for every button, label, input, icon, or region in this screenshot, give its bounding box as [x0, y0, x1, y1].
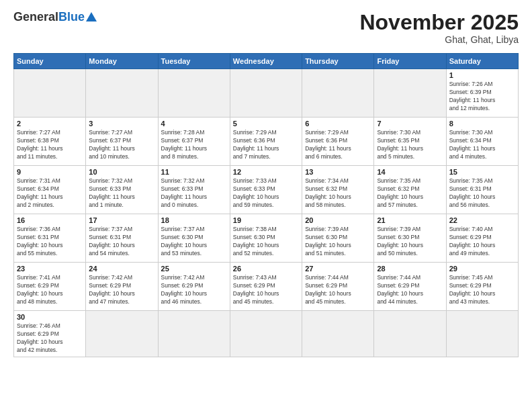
day-number: 2 — [17, 120, 83, 128]
day-number: 21 — [377, 216, 443, 224]
day-info: Sunrise: 7:34 AM Sunset: 6:32 PM Dayligh… — [305, 177, 371, 210]
day-info: Sunrise: 7:31 AM Sunset: 6:34 PM Dayligh… — [17, 177, 83, 210]
calendar-cell — [86, 69, 158, 118]
day-number: 23 — [17, 265, 83, 273]
day-info: Sunrise: 7:29 AM Sunset: 6:36 PM Dayligh… — [305, 129, 371, 161]
calendar-cell: 20Sunrise: 7:39 AM Sunset: 6:30 PM Dayli… — [302, 214, 374, 263]
calendar-cell: 14Sunrise: 7:35 AM Sunset: 6:32 PM Dayli… — [374, 166, 446, 214]
day-number: 28 — [377, 265, 443, 273]
week-row-3: 9Sunrise: 7:31 AM Sunset: 6:34 PM Daylig… — [14, 166, 519, 214]
day-info: Sunrise: 7:40 AM Sunset: 6:29 PM Dayligh… — [449, 226, 515, 258]
day-info: Sunrise: 7:30 AM Sunset: 6:34 PM Dayligh… — [449, 129, 515, 161]
day-info: Sunrise: 7:42 AM Sunset: 6:29 PM Dayligh… — [89, 274, 154, 306]
day-info: Sunrise: 7:39 AM Sunset: 6:30 PM Dayligh… — [377, 226, 443, 258]
calendar-title: November 2025 — [359, 11, 519, 34]
day-info: Sunrise: 7:27 AM Sunset: 6:38 PM Dayligh… — [17, 129, 83, 161]
calendar-cell: 9Sunrise: 7:31 AM Sunset: 6:34 PM Daylig… — [14, 166, 86, 214]
calendar-cell: 4Sunrise: 7:28 AM Sunset: 6:37 PM Daylig… — [158, 118, 230, 166]
calendar-cell — [374, 69, 446, 118]
calendar-cell: 29Sunrise: 7:45 AM Sunset: 6:29 PM Dayli… — [446, 263, 518, 311]
calendar-cell: 6Sunrise: 7:29 AM Sunset: 6:36 PM Daylig… — [302, 118, 374, 166]
calendar-cell — [14, 69, 86, 118]
title-block: November 2025 Ghat, Ghat, Libya — [359, 11, 519, 45]
day-number: 15 — [449, 168, 515, 176]
week-row-4: 16Sunrise: 7:36 AM Sunset: 6:31 PM Dayli… — [14, 214, 519, 263]
weekday-header-wednesday: Wednesday — [230, 54, 302, 69]
calendar-table: SundayMondayTuesdayWednesdayThursdayFrid… — [13, 53, 519, 357]
calendar-cell: 25Sunrise: 7:42 AM Sunset: 6:29 PM Dayli… — [158, 263, 230, 311]
calendar-cell: 24Sunrise: 7:42 AM Sunset: 6:29 PM Dayli… — [86, 263, 158, 311]
day-info: Sunrise: 7:29 AM Sunset: 6:36 PM Dayligh… — [233, 129, 299, 161]
calendar-subtitle: Ghat, Ghat, Libya — [359, 34, 519, 45]
day-info: Sunrise: 7:36 AM Sunset: 6:31 PM Dayligh… — [17, 226, 83, 258]
page: General Blue November 2025 Ghat, Ghat, L… — [0, 0, 532, 411]
calendar-cell: 1Sunrise: 7:26 AM Sunset: 6:39 PM Daylig… — [446, 69, 518, 118]
calendar-cell: 27Sunrise: 7:44 AM Sunset: 6:29 PM Dayli… — [302, 263, 374, 311]
day-number: 12 — [233, 168, 299, 176]
day-info: Sunrise: 7:35 AM Sunset: 6:32 PM Dayligh… — [377, 177, 443, 210]
day-number: 11 — [161, 168, 227, 176]
day-info: Sunrise: 7:39 AM Sunset: 6:30 PM Dayligh… — [305, 226, 371, 258]
calendar-cell: 5Sunrise: 7:29 AM Sunset: 6:36 PM Daylig… — [230, 118, 302, 166]
week-row-1: 1Sunrise: 7:26 AM Sunset: 6:39 PM Daylig… — [14, 69, 519, 118]
day-info: Sunrise: 7:45 AM Sunset: 6:29 PM Dayligh… — [449, 274, 515, 306]
day-number: 6 — [305, 120, 371, 128]
day-info: Sunrise: 7:44 AM Sunset: 6:29 PM Dayligh… — [377, 274, 443, 306]
day-info: Sunrise: 7:42 AM Sunset: 6:29 PM Dayligh… — [161, 274, 227, 306]
day-number: 16 — [17, 216, 83, 224]
calendar-cell: 30Sunrise: 7:46 AM Sunset: 6:29 PM Dayli… — [14, 311, 86, 357]
calendar-cell: 21Sunrise: 7:39 AM Sunset: 6:30 PM Dayli… — [374, 214, 446, 263]
calendar-cell: 10Sunrise: 7:32 AM Sunset: 6:33 PM Dayli… — [86, 166, 158, 214]
calendar-cell: 22Sunrise: 7:40 AM Sunset: 6:29 PM Dayli… — [446, 214, 518, 263]
weekday-header-tuesday: Tuesday — [158, 54, 230, 69]
calendar-body: 1Sunrise: 7:26 AM Sunset: 6:39 PM Daylig… — [14, 69, 519, 357]
header: General Blue November 2025 Ghat, Ghat, L… — [13, 11, 519, 45]
day-number: 14 — [377, 168, 443, 176]
calendar-cell: 15Sunrise: 7:35 AM Sunset: 6:31 PM Dayli… — [446, 166, 518, 214]
day-info: Sunrise: 7:33 AM Sunset: 6:33 PM Dayligh… — [233, 177, 299, 210]
calendar-cell: 26Sunrise: 7:43 AM Sunset: 6:29 PM Dayli… — [230, 263, 302, 311]
weekday-header-friday: Friday — [374, 54, 446, 69]
day-number: 7 — [377, 120, 443, 128]
calendar-cell: 23Sunrise: 7:41 AM Sunset: 6:29 PM Dayli… — [14, 263, 86, 311]
day-number: 30 — [17, 313, 83, 321]
calendar-cell — [446, 311, 518, 357]
day-info: Sunrise: 7:37 AM Sunset: 6:30 PM Dayligh… — [161, 226, 227, 258]
weekday-header-saturday: Saturday — [446, 54, 518, 69]
day-number: 10 — [89, 168, 154, 176]
calendar-cell: 7Sunrise: 7:30 AM Sunset: 6:35 PM Daylig… — [374, 118, 446, 166]
calendar-cell: 19Sunrise: 7:38 AM Sunset: 6:30 PM Dayli… — [230, 214, 302, 263]
day-number: 1 — [449, 71, 515, 79]
calendar-cell — [374, 311, 446, 357]
calendar-cell — [302, 69, 374, 118]
calendar-cell — [86, 311, 158, 357]
day-number: 17 — [89, 216, 154, 224]
day-info: Sunrise: 7:43 AM Sunset: 6:29 PM Dayligh… — [233, 274, 299, 306]
day-number: 5 — [233, 120, 299, 128]
logo-general-text: General — [13, 11, 58, 23]
day-number: 19 — [233, 216, 299, 224]
day-number: 18 — [161, 216, 227, 224]
day-info: Sunrise: 7:37 AM Sunset: 6:31 PM Dayligh… — [89, 226, 154, 258]
day-info: Sunrise: 7:32 AM Sunset: 6:33 PM Dayligh… — [161, 177, 227, 210]
calendar-cell — [302, 311, 374, 357]
day-info: Sunrise: 7:28 AM Sunset: 6:37 PM Dayligh… — [161, 129, 227, 161]
day-number: 22 — [449, 216, 515, 224]
day-info: Sunrise: 7:35 AM Sunset: 6:31 PM Dayligh… — [449, 177, 515, 210]
day-number: 20 — [305, 216, 371, 224]
weekday-header-monday: Monday — [86, 54, 158, 69]
weekday-header-sunday: Sunday — [14, 54, 86, 69]
calendar-header: SundayMondayTuesdayWednesdayThursdayFrid… — [14, 54, 519, 69]
day-number: 3 — [89, 120, 154, 128]
weekday-header-thursday: Thursday — [302, 54, 374, 69]
logo: General Blue — [13, 11, 97, 23]
calendar-cell: 17Sunrise: 7:37 AM Sunset: 6:31 PM Dayli… — [86, 214, 158, 263]
day-info: Sunrise: 7:41 AM Sunset: 6:29 PM Dayligh… — [17, 274, 83, 306]
calendar-cell: 12Sunrise: 7:33 AM Sunset: 6:33 PM Dayli… — [230, 166, 302, 214]
logo-text: General Blue — [13, 11, 97, 23]
day-number: 9 — [17, 168, 83, 176]
calendar-cell — [158, 311, 230, 357]
day-info: Sunrise: 7:44 AM Sunset: 6:29 PM Dayligh… — [305, 274, 371, 306]
day-number: 25 — [161, 265, 227, 273]
day-info: Sunrise: 7:38 AM Sunset: 6:30 PM Dayligh… — [233, 226, 299, 258]
